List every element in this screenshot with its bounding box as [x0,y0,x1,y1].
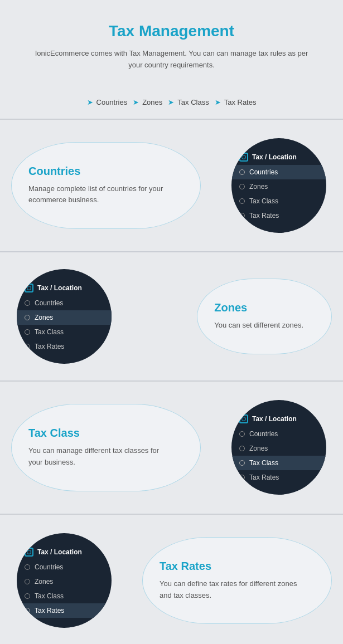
circle-dot-1-3 [25,344,30,349]
circle-item-label-3-0: Countries [35,563,63,571]
circle-menu-header-0: Tax / Location [231,148,326,165]
circle-dot-3-1 [25,579,30,584]
section-zones-row: Zones You can set different zones. Tax /… [0,264,343,369]
taxclass-description: You can manage different tax classes for… [28,445,172,469]
circle-menu-title-1: Tax / Location [37,284,82,292]
circle-item-label-3-3: Tax Rates [35,607,64,614]
taxrates-text-card: Tax Rates You can define tax rates for d… [142,537,332,625]
circle-item-label-1-2: Tax Class [35,328,64,336]
circle-item-label-0-3: Tax Rates [249,212,279,219]
circle-dot-1-1 [25,315,30,320]
circle-dot-3-0 [25,564,30,570]
step-zones[interactable]: ➤ Zones [133,98,162,106]
circle-item-zones-0[interactable]: Zones [231,179,326,194]
circle-item-countries-1[interactable]: Countries [17,296,112,310]
circle-dot-0-0 [239,169,245,175]
header-section: Tax Management IonicEcommerce comes with… [0,0,343,88]
circle-item-label-1-0: Countries [35,299,63,307]
circle-item-label-2-1: Zones [249,445,268,452]
circle-item-taxrates-0[interactable]: Tax Rates [231,208,326,223]
camera-icon-3 [25,548,33,557]
step-label-taxrates: Tax Rates [224,98,257,106]
circle-dot-3-3 [25,608,30,613]
circle-menu-title-0: Tax / Location [252,153,297,161]
zones-description: You can set different zones. [214,320,303,331]
circle-dot-1-0 [25,300,30,306]
step-arrow-zones: ➤ [133,98,139,106]
circle-item-zones-2[interactable]: Zones [231,441,326,456]
circle-menu-header-1: Tax / Location [17,279,112,296]
step-arrow-taxclass: ➤ [168,98,174,106]
circle-item-taxclass-3[interactable]: Tax Class [17,589,112,603]
step-label-zones: Zones [142,98,162,106]
circle-item-label-0-0: Countries [249,168,278,176]
section-taxrates-row: Tax Rates You can define tax rates for d… [0,526,343,636]
circle-item-countries-3[interactable]: Countries [17,560,112,574]
step-label-taxclass: Tax Class [177,98,209,106]
circle-menu-header-2: Tax / Location [231,410,326,427]
countries-description: Manage complete list of countries for yo… [28,183,172,207]
steps-navigation: ➤ Countries ➤ Zones ➤ Tax Class ➤ Tax Ra… [0,88,343,119]
circle-item-taxrates-3[interactable]: Tax Rates [17,603,112,618]
circle-item-label-0-1: Zones [249,183,268,191]
circle-dot-2-3 [239,475,245,480]
circle-item-label-2-2: Tax Class [249,459,278,467]
circle-item-taxclass-2[interactable]: Tax Class [231,456,326,470]
circle-dot-0-3 [239,213,245,218]
circle-menu-taxclass: Tax / Location Countries Zones Tax Class… [231,400,326,495]
circle-menu-zones: Tax / Location Countries Zones Tax Class… [17,269,112,364]
circle-menu-header-3: Tax / Location [17,543,112,560]
circle-item-taxrates-2[interactable]: Tax Rates [231,470,326,485]
taxrates-description: You can define tax rates for different z… [160,578,303,602]
step-taxrates[interactable]: ➤ Tax Rates [215,98,257,106]
circle-menu-countries: Tax / Location Countries Zones Tax Class… [231,138,326,233]
circle-dot-2-2 [239,460,245,466]
circle-dot-3-2 [25,593,30,599]
section-countries: Countries Manage complete list of countr… [0,119,343,252]
zones-title: Zones [214,301,303,314]
page-title: Tax Management [33,22,310,40]
section-taxclass: Tax Class You can manage different tax c… [0,381,343,514]
circle-item-label-2-3: Tax Rates [249,474,279,481]
step-label-countries: Countries [96,98,128,106]
step-arrow-countries: ➤ [87,98,93,106]
circle-item-taxrates-1[interactable]: Tax Rates [17,339,112,354]
taxclass-text-card: Tax Class You can manage different tax c… [11,404,201,491]
circle-item-label-1-3: Tax Rates [35,343,64,350]
circle-item-label-1-1: Zones [35,314,53,321]
section-countries-row: Countries Manage complete list of countr… [0,131,343,241]
circle-dot-2-1 [239,446,245,451]
circle-item-taxclass-1[interactable]: Tax Class [17,325,112,339]
circle-item-zones-3[interactable]: Zones [17,574,112,589]
countries-text-card: Countries Manage complete list of countr… [11,142,201,230]
circle-dot-2-0 [239,431,245,437]
camera-icon-1 [25,284,33,292]
section-taxclass-row: Tax Class You can manage different tax c… [0,393,343,502]
camera-icon-0 [239,153,248,162]
circle-item-zones-1[interactable]: Zones [17,310,112,325]
circle-item-taxclass-0[interactable]: Tax Class [231,194,326,208]
circle-item-countries-0[interactable]: Countries [231,165,326,179]
circle-dot-0-2 [239,198,245,204]
circle-dot-0-1 [239,184,245,189]
section-taxrates: Tax Rates You can define tax rates for d… [0,514,343,644]
camera-icon-2 [239,414,248,423]
circle-menu-taxrates: Tax / Location Countries Zones Tax Class… [17,533,112,628]
circle-item-countries-2[interactable]: Countries [231,427,326,441]
circle-dot-1-2 [25,329,30,335]
countries-title: Countries [28,165,172,178]
circle-item-label-3-1: Zones [35,578,53,586]
circle-item-label-2-0: Countries [249,430,278,438]
circle-menu-title-2: Tax / Location [252,415,297,423]
step-countries[interactable]: ➤ Countries [87,98,128,106]
taxrates-title: Tax Rates [160,560,303,573]
step-taxclass[interactable]: ➤ Tax Class [168,98,209,106]
circle-item-label-3-2: Tax Class [35,592,64,600]
circle-menu-title-3: Tax / Location [37,548,82,556]
section-zones: Zones You can set different zones. Tax /… [0,252,343,380]
zones-text-card: Zones You can set different zones. [197,279,332,354]
step-arrow-taxrates: ➤ [215,98,221,106]
header-description: IonicEcommerce comes with Tax Management… [33,48,310,71]
circle-item-label-0-2: Tax Class [249,197,278,205]
taxclass-title: Tax Class [28,427,172,440]
